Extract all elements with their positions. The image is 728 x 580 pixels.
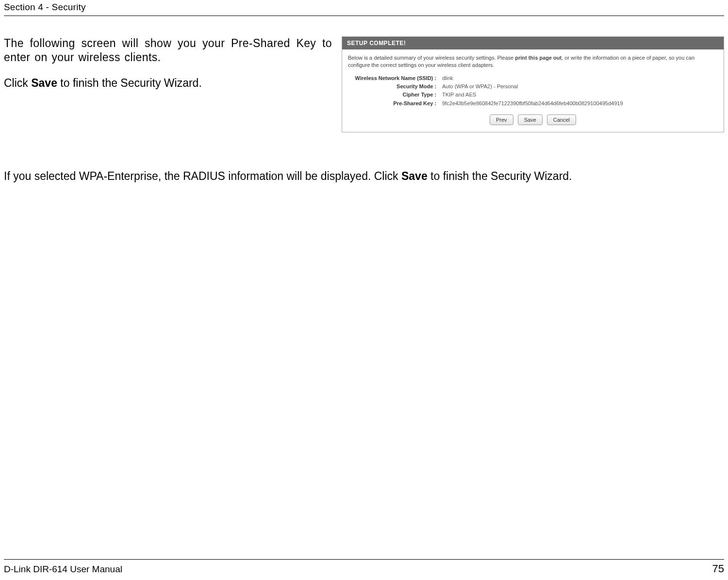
footer-manual-title: D-Link DIR-614 User Manual bbox=[4, 564, 122, 575]
page-footer: D-Link DIR-614 User Manual 75 bbox=[4, 559, 724, 575]
panel-desc-bold: print this page out bbox=[515, 55, 562, 61]
row-psk: Pre-Shared Key : 9fc2e43b5e9e860842fe712… bbox=[348, 100, 718, 107]
save-button[interactable]: Save bbox=[518, 114, 543, 125]
p2-prefix: Click bbox=[4, 77, 31, 89]
cipher-label: Cipher Type : bbox=[348, 91, 440, 98]
mode-label: Security Mode : bbox=[348, 83, 440, 90]
ssid-value: dlink bbox=[440, 75, 453, 81]
setup-complete-panel: SETUP COMPLETE! Below is a detailed summ… bbox=[342, 36, 724, 132]
cancel-button[interactable]: Cancel bbox=[547, 114, 576, 125]
psk-value: 9fc2e43b5e9e860842fe7122390fbf50fab24d64… bbox=[440, 100, 623, 107]
p3-suffix: to finish the Security Wizard. bbox=[428, 170, 572, 182]
p3-bold: Save bbox=[401, 170, 428, 182]
footer-page-number: 75 bbox=[712, 563, 724, 575]
p2-bold: Save bbox=[31, 77, 57, 89]
ssid-label: Wireless Network Name (SSID) : bbox=[348, 75, 440, 81]
row-cipher-type: Cipher Type : TKIP and AES bbox=[348, 91, 718, 98]
body-text-column: The following screen will show you your … bbox=[4, 36, 332, 101]
panel-title: SETUP COMPLETE! bbox=[342, 37, 724, 49]
cipher-value: TKIP and AES bbox=[440, 91, 476, 98]
panel-desc-prefix: Below is a detailed summary of your wire… bbox=[348, 55, 515, 61]
page-header: Section 4 - Security bbox=[4, 0, 724, 16]
paragraph-1: The following screen will show you your … bbox=[4, 36, 332, 64]
p3-prefix: If you selected WPA-Enterprise, the RADI… bbox=[4, 170, 401, 182]
section-title: Section 4 - Security bbox=[4, 2, 724, 13]
psk-label: Pre-Shared Key : bbox=[348, 100, 440, 107]
mode-value: Auto (WPA or WPA2) - Personal bbox=[440, 83, 518, 90]
panel-description: Below is a detailed summary of your wire… bbox=[348, 54, 718, 69]
p2-suffix: to finish the Security Wizard. bbox=[57, 77, 202, 89]
row-ssid: Wireless Network Name (SSID) : dlink bbox=[348, 75, 718, 81]
prev-button[interactable]: Prev bbox=[490, 114, 513, 125]
panel-button-row: Prev Save Cancel bbox=[348, 114, 718, 125]
row-security-mode: Security Mode : Auto (WPA or WPA2) - Per… bbox=[348, 83, 718, 90]
paragraph-3: If you selected WPA-Enterprise, the RADI… bbox=[4, 169, 724, 184]
paragraph-2: Click Save to finish the Security Wizard… bbox=[4, 76, 332, 90]
